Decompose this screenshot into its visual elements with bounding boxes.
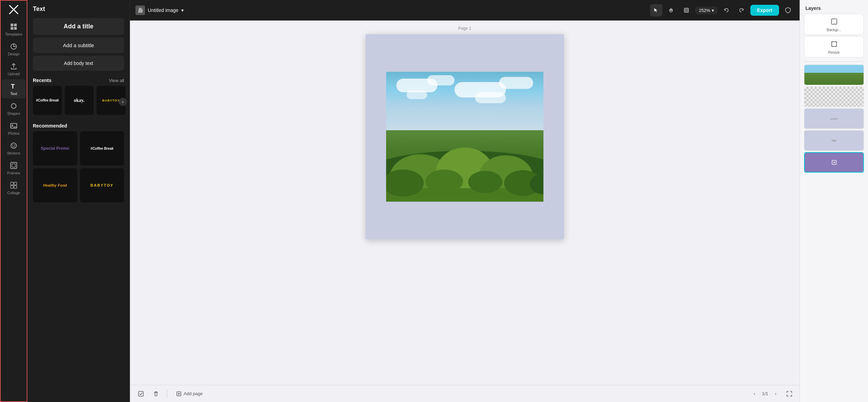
- cloud-5: [407, 91, 427, 99]
- zoom-dropdown-icon: ▾: [712, 8, 714, 13]
- export-button[interactable]: Export: [750, 5, 779, 16]
- templates-icon: [10, 23, 18, 31]
- svg-rect-3: [14, 24, 17, 26]
- sidebar-label-collage: Collage: [7, 191, 20, 195]
- thumb-bg-5: [805, 153, 863, 172]
- background-label: Backgr...: [827, 28, 841, 32]
- undo-button[interactable]: [720, 4, 733, 16]
- sidebar-label-upload: Upload: [8, 72, 20, 76]
- sidebar-item-shapes[interactable]: Shapes: [2, 99, 26, 118]
- add-body-button[interactable]: Add body text: [33, 56, 124, 71]
- page-settings-button[interactable]: [135, 388, 146, 399]
- cloud-6: [475, 92, 506, 103]
- sidebar-label-shapes: Shapes: [7, 111, 20, 116]
- sidebar-item-frames[interactable]: Frames: [2, 159, 26, 178]
- svg-point-8: [11, 104, 16, 108]
- sidebar-item-text[interactable]: T Text: [2, 79, 26, 98]
- design-icon: [10, 42, 18, 51]
- canvas[interactable]: [366, 34, 564, 239]
- recommended-item-healthy-food[interactable]: Healthy Food: [33, 168, 77, 202]
- top-bar-tools: 252% ▾ Export: [650, 4, 794, 16]
- stickers-icon: [10, 142, 18, 150]
- layer-thumbnails: subtitle Title: [800, 63, 868, 174]
- layers-divider: [804, 62, 864, 62]
- document-info[interactable]: Untitled image ▾: [135, 5, 184, 15]
- bottom-divider: [167, 390, 167, 398]
- sidebar-item-design[interactable]: Design: [2, 40, 26, 59]
- fullscreen-button[interactable]: [785, 389, 794, 399]
- select-tool-button[interactable]: [650, 4, 662, 16]
- cloud-4: [499, 77, 533, 89]
- text-panel-title: Text: [27, 0, 130, 17]
- sidebar-item-stickers[interactable]: Stickers: [2, 139, 26, 158]
- prev-page-button[interactable]: ‹: [750, 389, 759, 399]
- recommended-item-special-promo[interactable]: Special Promo: [33, 131, 77, 165]
- svg-rect-34: [832, 42, 837, 46]
- redo-button[interactable]: [735, 4, 748, 16]
- shapes-icon: [10, 102, 18, 110]
- next-page-button[interactable]: ›: [771, 389, 780, 399]
- svg-rect-5: [14, 27, 17, 30]
- frame-tool-button[interactable]: [680, 4, 693, 16]
- shield-button[interactable]: [782, 4, 794, 16]
- recents-next-button[interactable]: ›: [119, 98, 127, 106]
- thumb-bg-4: Title: [804, 131, 864, 150]
- layer-tools: Backgr... Resize: [800, 14, 868, 60]
- recommended-section-header: Recommended: [27, 118, 130, 131]
- resize-icon: [829, 39, 839, 49]
- recent-item-coffee-break[interactable]: #Coffee Break: [33, 86, 62, 115]
- delete-page-button[interactable]: [150, 388, 161, 399]
- app-logo: [8, 3, 20, 16]
- svg-point-27: [425, 170, 463, 193]
- text-panel: Text Add a title Add a subtitle Add body…: [27, 0, 130, 402]
- svg-rect-14: [11, 162, 17, 169]
- sidebar-item-collage[interactable]: Collage: [2, 178, 26, 198]
- layer-thumb-5[interactable]: [804, 152, 864, 173]
- canvas-container[interactable]: Page 1: [130, 21, 800, 385]
- recents-section-header: Recents View all: [27, 72, 130, 86]
- zoom-level: 252%: [699, 8, 710, 13]
- hills: [386, 124, 543, 202]
- layer-thumb-3[interactable]: subtitle: [804, 108, 864, 129]
- hand-tool-button[interactable]: [665, 4, 678, 16]
- svg-rect-17: [14, 182, 17, 185]
- sidebar-item-photos[interactable]: Photos: [2, 119, 26, 138]
- zoom-control[interactable]: 252% ▾: [695, 6, 717, 14]
- background-tool[interactable]: Backgr...: [804, 14, 864, 35]
- add-title-button[interactable]: Add a title: [33, 18, 124, 35]
- svg-rect-16: [11, 182, 13, 185]
- upload-icon: [10, 62, 18, 70]
- sidebar-label-frames: Frames: [7, 171, 20, 175]
- recommended-label: Recommended: [33, 123, 67, 129]
- svg-rect-15: [12, 164, 15, 167]
- layer-thumb-4[interactable]: Title: [804, 130, 864, 151]
- svg-rect-20: [684, 8, 688, 12]
- bottom-bar: Add page ‹ 1/1 ›: [130, 385, 800, 402]
- frames-icon: [10, 161, 18, 170]
- svg-point-11: [11, 143, 16, 148]
- recent-item-okay[interactable]: okay.: [65, 86, 94, 115]
- doc-dropdown-icon: ▾: [181, 8, 184, 13]
- sidebar-item-templates[interactable]: Templates: [2, 20, 26, 39]
- resize-tool[interactable]: Resize: [804, 36, 864, 57]
- right-panel: Layers Backgr... Resize: [800, 0, 868, 402]
- recommended-item-coffee-break[interactable]: #Coffee Break: [80, 131, 124, 165]
- svg-point-13: [14, 145, 15, 146]
- sidebar-item-upload[interactable]: Upload: [2, 59, 26, 79]
- thumb-bg-2: [804, 87, 864, 107]
- svg-rect-18: [11, 186, 13, 188]
- top-bar: Untitled image ▾ 252%: [130, 0, 800, 21]
- add-subtitle-button[interactable]: Add a subtitle: [33, 38, 124, 53]
- layer-thumb-1[interactable]: [804, 65, 864, 85]
- page-count: 1/1: [762, 391, 768, 396]
- page-nav: ‹ 1/1 ›: [750, 389, 780, 399]
- recommended-item-babytoy[interactable]: BABYTOY: [80, 168, 124, 202]
- recommended-grid: Special Promo #Coffee Break Healthy Food…: [27, 131, 130, 205]
- sidebar-label-stickers: Stickers: [7, 151, 20, 155]
- sky: [386, 72, 543, 130]
- svg-point-28: [468, 171, 502, 193]
- view-all-button[interactable]: View all: [109, 78, 124, 83]
- layer-thumb-2[interactable]: [804, 86, 864, 107]
- left-sidebar: Templates Design Upload T Text: [0, 0, 27, 402]
- add-page-button[interactable]: Add page: [173, 389, 206, 399]
